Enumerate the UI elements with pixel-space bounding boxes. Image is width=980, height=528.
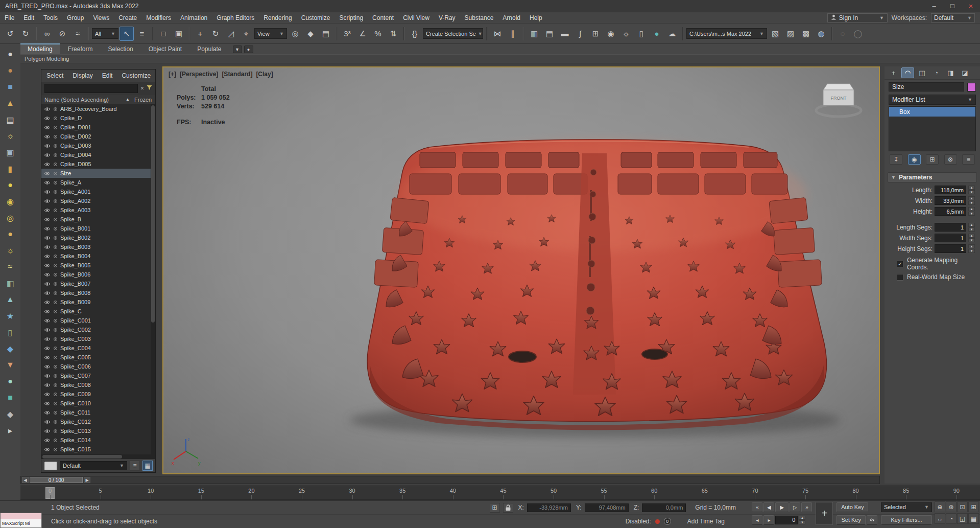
clear-search-icon[interactable]: × <box>140 85 144 92</box>
y-coordinate-field[interactable]: 97,408mm <box>585 503 629 512</box>
scene-object-row[interactable]: Spike_A003 <box>41 205 155 215</box>
rectangular-selection-region-icon[interactable]: □ <box>156 27 171 41</box>
viewport-render-preset-menu[interactable]: [Standard] <box>222 71 252 78</box>
selectability-dot-icon[interactable] <box>53 245 58 249</box>
selectability-dot-icon[interactable] <box>53 190 58 194</box>
field-of-view-icon[interactable]: ◱ <box>957 513 968 524</box>
parameter-spinner[interactable]: ▲▼ <box>968 234 975 242</box>
select-and-scale-icon[interactable]: ◿ <box>224 27 238 41</box>
spinner-down-icon[interactable]: ▼ <box>968 212 975 216</box>
pin-stack-icon[interactable]: ↧ <box>890 154 902 165</box>
selectability-dot-icon[interactable] <box>53 254 58 259</box>
visibility-eye-icon[interactable] <box>44 134 51 139</box>
auto-layer-toggle-icon[interactable]: ▦ <box>142 461 153 471</box>
spinner-up-icon[interactable]: ▲ <box>968 234 975 238</box>
bind-to-space-warp-icon[interactable]: ≈ <box>70 27 85 41</box>
viewcube[interactable]: FRONT <box>810 72 867 124</box>
viewport-pov-menu[interactable]: [Perspective] <box>180 71 218 78</box>
teapot-icon[interactable]: ● <box>4 64 16 77</box>
menu-group[interactable]: Group <box>62 13 88 22</box>
scene-object-row[interactable]: Spike_B006 <box>41 270 155 279</box>
selectability-dot-icon[interactable] <box>53 236 58 240</box>
scene-object-row[interactable]: Spike_C008 <box>41 380 155 389</box>
selectability-dot-icon[interactable] <box>53 171 58 176</box>
spinner-up-icon[interactable]: ▲ <box>968 196 975 200</box>
sphere-icon[interactable]: ● <box>4 48 16 60</box>
scene-object-row[interactable]: Spike_C012 <box>41 417 155 426</box>
make-unique-icon[interactable]: ⊞ <box>926 154 939 165</box>
scene-object-row[interactable]: Spike_C001 <box>41 316 155 325</box>
parameters-rollout-header[interactable]: ▼ Parameters <box>888 172 977 182</box>
pan-view-icon[interactable]: ↔ <box>935 513 945 524</box>
film-strip-icon[interactable]: ▤ <box>4 113 16 126</box>
frame-spinner[interactable]: ▲▼ <box>799 516 805 524</box>
render-production-icon[interactable]: ● <box>650 27 664 41</box>
visibility-eye-icon[interactable] <box>44 318 51 323</box>
explorer-menu-display[interactable]: Display <box>73 72 92 79</box>
polygon-modeling-bar[interactable]: Polygon Modeling <box>20 54 980 63</box>
wrench-icon[interactable]: ◆ <box>4 408 16 420</box>
scene-object-row[interactable]: Spike_C004 <box>41 343 155 353</box>
menu-civil-view[interactable]: Civil View <box>398 13 434 22</box>
light-bulb-icon[interactable]: ☼ <box>4 130 16 142</box>
scene-object-row[interactable]: Spike_C011 <box>41 408 155 417</box>
scene-object-row[interactable]: Spike_B004 <box>41 251 155 261</box>
parameter-spinner[interactable]: ▲▼ <box>968 244 975 253</box>
toggle-ribbon-icon[interactable]: ▬ <box>558 27 572 41</box>
visibility-eye-icon[interactable] <box>44 401 51 406</box>
visibility-eye-icon[interactable] <box>44 236 51 240</box>
parameter-value-field[interactable]: 1 <box>935 223 966 232</box>
arnold-render-icon[interactable]: ◍ <box>814 27 828 41</box>
key-step-forward-icon[interactable]: ▸ <box>763 515 774 525</box>
render-setup-icon[interactable]: ☼ <box>619 27 633 41</box>
scene-object-row[interactable]: Spike_B007 <box>41 279 155 288</box>
menu-customize[interactable]: Customize <box>297 13 335 22</box>
maximize-button[interactable]: □ <box>943 0 962 12</box>
selectability-dot-icon[interactable] <box>53 429 58 433</box>
create-key-button[interactable]: + <box>816 502 833 525</box>
scrollbar-thumb[interactable] <box>151 105 155 323</box>
z-coordinate-field[interactable]: 0,0mm <box>642 503 686 512</box>
named-selection-sets-dropdown[interactable]: Create Selection Se▼ <box>423 28 483 39</box>
spinner-down-icon[interactable]: ▼ <box>968 238 975 242</box>
selectability-dot-icon[interactable] <box>53 309 58 314</box>
keyboard-shortcut-override-icon[interactable]: ▤ <box>319 27 333 41</box>
zoom-all-icon[interactable]: ⊛ <box>946 501 957 512</box>
go-to-start-icon[interactable]: « <box>752 502 762 512</box>
visibility-eye-icon[interactable] <box>44 125 51 130</box>
cube-teal-icon[interactable]: ■ <box>4 392 16 404</box>
edit-named-selection-sets-icon[interactable]: {} <box>408 27 422 41</box>
scene-object-row[interactable]: Spike_A <box>41 178 155 187</box>
selection-filter-dropdown[interactable]: All▼ <box>92 28 118 39</box>
select-and-link-icon[interactable]: ∞ <box>40 27 54 41</box>
frozen-column-header[interactable]: Frozen <box>132 97 155 103</box>
auto-key-button[interactable]: Auto Key <box>836 502 868 512</box>
scene-object-row[interactable]: Cpike_D005 <box>41 159 155 169</box>
scene-object-row[interactable]: Cpike_D003 <box>41 141 155 150</box>
create-tab-icon[interactable]: + <box>887 67 900 78</box>
undo-icon[interactable]: ↺ <box>3 27 17 41</box>
tab-selection[interactable]: Selection <box>101 44 140 54</box>
tab-modeling[interactable]: Modeling <box>20 43 60 54</box>
curve-editor-icon[interactable]: ∫ <box>573 27 587 41</box>
object-color-swatch[interactable] <box>967 83 976 91</box>
menu-content[interactable]: Content <box>368 13 398 22</box>
parameter-spinner[interactable]: ▲▼ <box>968 186 975 194</box>
selectability-dot-icon[interactable] <box>53 318 58 323</box>
scene-object-row[interactable]: Spike_C007 <box>41 371 155 380</box>
next-frame-arrow-icon[interactable]: ▶ <box>84 477 90 483</box>
object-name-field[interactable]: Size <box>889 82 964 91</box>
align-icon[interactable]: ∥ <box>506 27 520 41</box>
visibility-eye-icon[interactable] <box>44 226 51 231</box>
key-filters-button[interactable]: Key Filters... <box>881 515 932 525</box>
spinner-up-icon[interactable]: ▲ <box>968 207 975 211</box>
visibility-eye-icon[interactable] <box>44 190 51 194</box>
selectability-dot-icon[interactable] <box>53 401 58 406</box>
selectability-dot-icon[interactable] <box>53 217 58 222</box>
spinner-down-icon[interactable]: ▼ <box>968 201 975 205</box>
selectability-dot-icon[interactable] <box>53 383 58 387</box>
data-channel-icon[interactable]: ▨ <box>783 27 798 41</box>
maximize-viewport-toggle-icon[interactable]: ▦ <box>968 513 979 524</box>
menu-graph-editors[interactable]: Graph Editors <box>212 13 259 22</box>
time-slider[interactable]: ◀ 0 / 100 ▶ <box>20 476 880 484</box>
